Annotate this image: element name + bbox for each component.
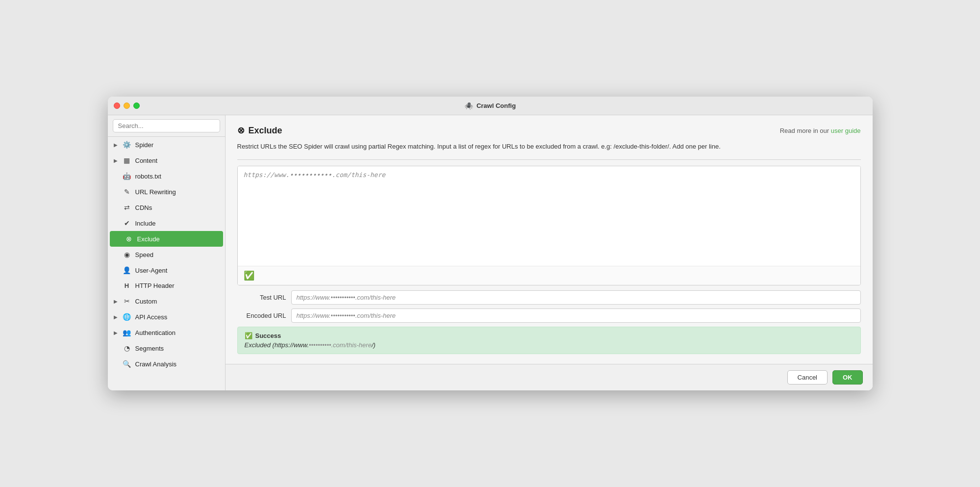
- expand-arrow-auth: ▶: [114, 330, 118, 335]
- content-icon: ▦: [123, 156, 131, 164]
- sidebar-item-url-rewriting[interactable]: ✎ URL Rewriting: [108, 184, 225, 200]
- include-icon: ✔: [123, 219, 131, 227]
- user-guide-section: Read more in our user guide: [780, 127, 861, 134]
- sidebar-label-exclude: Exclude: [137, 235, 217, 243]
- sidebar-label-crawl-analysis: Crawl Analysis: [135, 360, 219, 368]
- sidebar-item-content[interactable]: ▶ ▦ Content: [108, 153, 225, 168]
- page-title-text: Exclude: [249, 126, 282, 136]
- sidebar-item-speed[interactable]: ◉ Speed: [108, 247, 225, 262]
- success-title-text: Success: [255, 332, 281, 339]
- page-title: ⊗ Exclude: [237, 125, 282, 136]
- page-header: ⊗ Exclude Read more in our user guide: [237, 125, 861, 136]
- search-input[interactable]: [113, 119, 220, 132]
- sidebar: ▶ ⚙️ Spider ▶ ▦ Content 🤖 robots.txt ✎: [108, 115, 226, 390]
- window-title: 🕷️ Crawl Config: [464, 102, 516, 110]
- footer: Cancel OK: [226, 364, 873, 390]
- expand-arrow-content: ▶: [114, 158, 118, 163]
- test-section: Test URL Encoded URL ✅ Success: [237, 290, 861, 354]
- sidebar-item-include[interactable]: ✔ Include: [108, 215, 225, 231]
- content-area: ⊗ Exclude Read more in our user guide Re…: [226, 115, 873, 364]
- sidebar-label-url-rewriting: URL Rewriting: [135, 188, 219, 196]
- authentication-icon: 👥: [123, 329, 131, 336]
- user-guide-link[interactable]: user guide: [831, 127, 861, 134]
- regex-textarea-container: https://www.•••••••••••.com/this-here ✅: [237, 166, 861, 285]
- ok-button[interactable]: OK: [832, 370, 863, 384]
- sidebar-label-cdns: CDNs: [135, 204, 219, 211]
- page-title-icon: ⊗: [237, 125, 245, 136]
- success-icon: ✅: [245, 332, 252, 339]
- exclude-icon: ⊗: [125, 235, 133, 243]
- success-text: Excluded (https://www.••••••••••.com/thi…: [245, 341, 854, 349]
- sidebar-label-include: Include: [135, 220, 219, 227]
- page-description: Restrict URLs the SEO Spider will crawl …: [237, 142, 861, 152]
- success-url: ••••••••••.com/this-here: [309, 341, 372, 349]
- encoded-url-row: Encoded URL: [237, 308, 861, 323]
- api-access-icon: 🌐: [123, 313, 131, 321]
- sidebar-item-http-header[interactable]: H HTTP Header: [108, 278, 225, 293]
- sidebar-item-user-agent[interactable]: 👤 User-Agent: [108, 262, 225, 278]
- test-url-row: Test URL: [237, 290, 861, 305]
- main-content: ⊗ Exclude Read more in our user guide Re…: [226, 115, 873, 390]
- sidebar-label-content: Content: [135, 157, 219, 164]
- window-icon: 🕷️: [464, 102, 474, 110]
- regex-textarea[interactable]: https://www.•••••••••••.com/this-here: [238, 166, 860, 264]
- encoded-url-label: Encoded URL: [237, 312, 286, 319]
- sidebar-item-segments[interactable]: ◔ Segments: [108, 340, 225, 356]
- sidebar-item-crawl-analysis[interactable]: 🔍 Crawl Analysis: [108, 356, 225, 372]
- sidebar-label-spider: Spider: [135, 141, 219, 149]
- close-button[interactable]: [114, 103, 120, 109]
- url-rewriting-icon: ✎: [123, 188, 131, 196]
- crawl-config-window: 🕷️ Crawl Config ▶ ⚙️ Spider ▶ ▦ Con: [108, 97, 873, 390]
- test-url-label: Test URL: [237, 294, 286, 301]
- sidebar-item-custom[interactable]: ▶ ✂ Custom: [108, 293, 225, 309]
- sidebar-label-robots: robots.txt: [135, 173, 219, 180]
- crawl-analysis-icon: 🔍: [123, 360, 131, 368]
- cdns-icon: ⇄: [123, 204, 131, 211]
- expand-arrow-spider: ▶: [114, 142, 118, 148]
- user-guide-prefix: Read more in our: [780, 127, 831, 134]
- title-bar: 🕷️ Crawl Config: [108, 97, 873, 115]
- sidebar-label-http-header: HTTP Header: [135, 282, 219, 289]
- cancel-button[interactable]: Cancel: [787, 370, 828, 384]
- window-body: ▶ ⚙️ Spider ▶ ▦ Content 🤖 robots.txt ✎: [108, 115, 873, 390]
- sidebar-label-segments: Segments: [135, 345, 219, 352]
- speed-icon: ◉: [123, 251, 131, 258]
- encoded-url-input[interactable]: [291, 308, 861, 323]
- sidebar-label-authentication: Authentication: [135, 329, 219, 336]
- sidebar-label-speed: Speed: [135, 251, 219, 258]
- spider-icon: ⚙️: [123, 141, 131, 149]
- success-title: ✅ Success: [245, 332, 854, 339]
- section-divider: [237, 159, 861, 160]
- expand-arrow-custom: ▶: [114, 299, 118, 304]
- sidebar-item-robots[interactable]: 🤖 robots.txt: [108, 168, 225, 184]
- sidebar-item-spider[interactable]: ▶ ⚙️ Spider: [108, 137, 225, 153]
- http-header-icon: H: [123, 282, 131, 289]
- sidebar-item-cdns[interactable]: ⇄ CDNs: [108, 200, 225, 215]
- sidebar-item-authentication[interactable]: ▶ 👥 Authentication: [108, 325, 225, 340]
- maximize-button[interactable]: [133, 103, 140, 109]
- sidebar-label-custom: Custom: [135, 298, 219, 305]
- test-url-input[interactable]: [291, 290, 861, 305]
- search-container: [108, 115, 225, 137]
- traffic-lights: [114, 103, 140, 109]
- sidebar-label-user-agent: User-Agent: [135, 267, 219, 274]
- custom-icon: ✂: [123, 297, 131, 305]
- sidebar-item-exclude[interactable]: ⊗ Exclude: [110, 231, 223, 247]
- sidebar-items: ▶ ⚙️ Spider ▶ ▦ Content 🤖 robots.txt ✎: [108, 137, 225, 385]
- user-agent-icon: 👤: [123, 266, 131, 274]
- sidebar-label-api-access: API Access: [135, 313, 219, 321]
- success-banner: ✅ Success Excluded (https://www.••••••••…: [237, 327, 861, 354]
- segments-icon: ◔: [123, 344, 131, 352]
- sidebar-item-api-access[interactable]: ▶ 🌐 API Access: [108, 309, 225, 325]
- expand-arrow-api: ▶: [114, 314, 118, 320]
- textarea-footer: ✅: [238, 266, 860, 285]
- robots-icon: 🤖: [123, 172, 131, 180]
- minimize-button[interactable]: [124, 103, 130, 109]
- valid-check-icon: ✅: [244, 270, 254, 281]
